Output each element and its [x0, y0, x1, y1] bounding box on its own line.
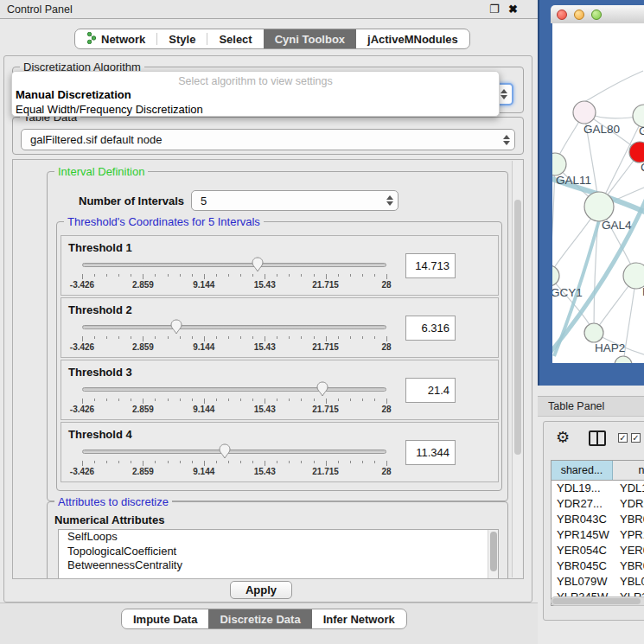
network-node[interactable]: [584, 192, 614, 221]
tick-mark: [216, 336, 217, 339]
tab-select[interactable]: Select: [207, 29, 263, 48]
threshold-slider[interactable]: -3.4262.8599.14415.4321.71528: [82, 298, 386, 359]
tick-mark: [168, 399, 169, 401]
checkbox-icon[interactable]: ✓: [631, 433, 641, 443]
node-attribute-table[interactable]: shared... na YDL19...YDL1YDR27...YDR2YBR…: [551, 460, 644, 606]
slider-thumb[interactable]: [316, 381, 328, 397]
scrollbar-thumb[interactable]: [514, 200, 521, 455]
close-traffic-light[interactable]: [557, 10, 567, 20]
network-node[interactable]: [584, 323, 603, 342]
network-node[interactable]: [552, 265, 559, 286]
tick-label: 9.144: [193, 280, 214, 290]
list-item[interactable]: TopologicalCoefficient: [59, 545, 498, 559]
tick-mark: [326, 336, 327, 341]
numerical-attributes-label: Numerical Attributes: [54, 513, 164, 526]
zoom-traffic-light[interactable]: [591, 10, 602, 20]
network-node[interactable]: [615, 356, 632, 363]
cell-shared-name: YER054C: [552, 543, 613, 558]
minimize-traffic-light[interactable]: [574, 10, 584, 20]
tick-mark: [82, 399, 83, 404]
slider-track[interactable]: [82, 450, 386, 454]
table-row[interactable]: YBR043CYBR0: [552, 512, 644, 527]
network-node[interactable]: [623, 263, 644, 289]
split-table-icon[interactable]: [589, 430, 606, 446]
checkbox-icon[interactable]: ✓: [618, 433, 628, 443]
network-canvas[interactable]: GAL80GCGAL11GAL4GCY1HHAP2: [552, 23, 644, 363]
slider-track[interactable]: [82, 263, 386, 267]
tick-mark: [277, 399, 277, 401]
tab-network[interactable]: Network: [75, 29, 156, 48]
column-header-name[interactable]: na: [613, 461, 644, 480]
tick-mark: [252, 399, 253, 401]
network-node-label: GAL80: [583, 123, 620, 136]
tab-jactivemnodules[interactable]: jActiveMNodules: [356, 29, 469, 48]
gear-icon[interactable]: ⚙: [556, 428, 570, 447]
slider-thumb[interactable]: [252, 257, 264, 272]
slider-track[interactable]: [82, 325, 386, 329]
tick-mark: [216, 399, 217, 401]
tick-label: 2.859: [132, 280, 154, 290]
tab-cyni-toolbox[interactable]: Cyni Toolbox: [264, 29, 356, 48]
list-item[interactable]: SelfLoops: [59, 530, 498, 545]
tab-infer-network[interactable]: Infer Network: [312, 609, 406, 628]
tick-mark: [386, 399, 387, 404]
group-title: Threshold's Coordinates for 5 Intervals: [64, 215, 264, 228]
tick-mark: [240, 336, 241, 339]
tick-mark: [94, 461, 95, 463]
threshold-value-box[interactable]: 21.4: [405, 378, 456, 403]
threshold-slider[interactable]: -3.4262.8599.14415.4321.71528: [82, 236, 386, 296]
table-row[interactable]: YPR145WYPR1: [552, 527, 644, 543]
tick-mark: [386, 461, 387, 466]
scrollbar-thumb[interactable]: [552, 598, 641, 604]
threshold-value-box[interactable]: 6.316: [405, 316, 456, 341]
list-item[interactable]: BetweennessCentrality: [59, 558, 498, 573]
tab-impute-data[interactable]: Impute Data: [122, 609, 208, 628]
network-node-label: C: [641, 161, 644, 174]
table-row[interactable]: YBR045CYBR0: [552, 558, 644, 574]
table-horizontal-scrollbar[interactable]: [551, 596, 644, 606]
combo-spinner-icon: [499, 135, 514, 145]
threshold-slider[interactable]: -3.4262.8599.14415.4321.71528: [82, 423, 386, 483]
group-title: Interval Definition: [54, 165, 148, 178]
tick-label: 21.715: [312, 405, 339, 414]
network-node[interactable]: [552, 153, 566, 175]
table-data-combo[interactable]: galFiltered.sif default node: [21, 129, 515, 150]
threshold-value-box[interactable]: 11.344: [405, 440, 456, 465]
table-row[interactable]: YDR27...YDR2: [552, 496, 644, 512]
panel-scrollbar[interactable]: [512, 161, 522, 577]
tick-mark: [168, 461, 169, 463]
tick-mark: [362, 399, 363, 401]
tick-mark: [155, 461, 156, 463]
tick-mark: [314, 461, 315, 463]
threshold-slider[interactable]: -3.4262.8599.14415.4321.71528: [82, 360, 386, 421]
tick-mark: [240, 399, 241, 401]
popup-option-equal-width-frequency[interactable]: Equal Width/Frequency Discretization: [12, 102, 499, 117]
cell-name: YPR1: [613, 527, 644, 543]
table-row[interactable]: YDL19...YDL1: [552, 481, 644, 496]
column-header-shared-name[interactable]: shared...: [552, 461, 613, 480]
threshold-value-box[interactable]: 14.713: [405, 253, 456, 278]
slider-track[interactable]: [82, 387, 386, 392]
table-row[interactable]: YBL079WYBL0: [552, 574, 644, 590]
popup-option-manual-discretization[interactable]: Manual Discretization: [12, 87, 499, 102]
number-of-intervals-combo[interactable]: 5: [191, 190, 399, 211]
slider-thumb[interactable]: [170, 319, 182, 335]
tick-mark: [180, 274, 181, 277]
float-window-icon[interactable]: ❐: [489, 3, 500, 16]
tab-style[interactable]: Style: [157, 29, 207, 48]
tick-mark: [374, 336, 375, 339]
tick-mark: [301, 461, 302, 463]
numerical-attributes-list[interactable]: SelfLoopsTopologicalCoefficientBetweenne…: [58, 529, 499, 579]
tab-discretize-data[interactable]: Discretize Data: [208, 609, 311, 628]
network-node[interactable]: [573, 101, 596, 124]
apply-button[interactable]: Apply: [230, 581, 292, 599]
tick-label: 28: [381, 280, 391, 290]
slider-thumb[interactable]: [219, 443, 231, 459]
scrollbar-thumb[interactable]: [490, 532, 497, 571]
tick-mark: [362, 274, 363, 277]
list-scrollbar[interactable]: [488, 530, 498, 579]
table-row[interactable]: YER054CYER0: [552, 543, 644, 558]
close-icon[interactable]: ✖: [508, 3, 518, 16]
tick-label: 2.859: [132, 467, 154, 476]
network-node[interactable]: [629, 142, 644, 163]
